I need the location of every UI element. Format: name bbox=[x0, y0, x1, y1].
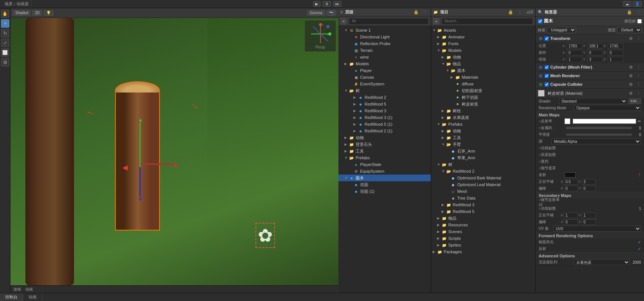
gizmos-btn[interactable]: Gizmos bbox=[307, 10, 325, 16]
inspector-lock-btn[interactable]: 🔒 bbox=[626, 9, 633, 15]
cloud-btn[interactable]: ☁ bbox=[623, 1, 631, 7]
play-btn[interactable]: ▶ bbox=[313, 1, 321, 7]
collider-menu-btn[interactable]: ⋮ bbox=[635, 82, 642, 87]
project-resources[interactable]: ▶ 📁 Resources bbox=[431, 222, 535, 228]
hierarchy-item-cut[interactable]: ■ 切面 bbox=[338, 181, 431, 188]
render-mode-select[interactable]: Opaque bbox=[574, 105, 641, 111]
hierarchy-item-redwood2-1[interactable]: ▶ ■ RedWood 2 (1) bbox=[338, 128, 431, 134]
hierarchy-item-equipsys[interactable]: ⚙ EquipSystem bbox=[338, 168, 431, 175]
transform-header[interactable]: ⊞ Transform ⚙ ⋮ bbox=[536, 34, 644, 43]
project-list[interactable]: ▼ 📂 Assets ▶ 📁 Animator ▶ 📁 Fonts ▼ 📂 Mo… bbox=[431, 26, 535, 293]
hierarchy-item-models[interactable]: ▶ 📁 Models bbox=[338, 60, 431, 67]
hierarchy-item-eventsys[interactable]: ⚡ EventSystem bbox=[338, 81, 431, 87]
tag-select[interactable]: Untagged bbox=[547, 27, 576, 33]
project-cut-mat[interactable]: ■ 切割面材质 bbox=[431, 87, 535, 94]
project-scenes[interactable]: ▶ 📁 Scenes bbox=[431, 228, 535, 235]
offset-y-input[interactable] bbox=[582, 186, 596, 191]
project-mesh[interactable]: ◇ Mesh bbox=[431, 188, 535, 195]
albedo-color-bar[interactable] bbox=[573, 119, 636, 124]
anim-tab-bottom[interactable]: 动画 bbox=[25, 287, 33, 292]
project-treedata[interactable]: ■ Tree Data bbox=[431, 195, 535, 201]
pos-x-input[interactable] bbox=[567, 43, 582, 49]
project-arm[interactable]: ▼ 📂 手臂 bbox=[431, 141, 535, 148]
hierarchy-item-reflprobe[interactable]: ◉ Reflection Probe bbox=[338, 40, 431, 47]
sec-offset-x-input[interactable] bbox=[564, 219, 578, 225]
hierarchy-item-playerstate[interactable]: ● PlayerState bbox=[338, 161, 431, 168]
shaded-btn[interactable]: Shaded bbox=[13, 10, 31, 16]
shader-edit-btn[interactable]: Edit... bbox=[629, 98, 641, 104]
hand-tool-btn[interactable]: ✋ bbox=[1, 10, 9, 18]
meshfilter-settings-btn[interactable]: ⚙ bbox=[628, 65, 634, 70]
step-btn[interactable]: ⏭ bbox=[333, 1, 341, 7]
project-items[interactable]: ▼ 📂 物品 bbox=[431, 60, 535, 67]
hierarchy-item-directionallight[interactable]: ☀ Directional Light bbox=[338, 34, 431, 40]
project-add-btn[interactable]: + bbox=[433, 18, 439, 24]
project-animals[interactable]: ▶ 📁 动物 bbox=[431, 54, 535, 60]
material-settings-btn[interactable]: ⚙ bbox=[628, 91, 634, 96]
meshrenderer-enable-checkbox[interactable] bbox=[545, 74, 549, 78]
meshfilter-menu-btn[interactable]: ⋮ bbox=[635, 65, 642, 70]
hierarchy-item-prefabs[interactable]: ▼ 📂 Prefabs bbox=[338, 154, 431, 161]
shader-select[interactable]: Standard bbox=[559, 98, 627, 104]
project-branches[interactable]: ▶ 📁 树枝 bbox=[431, 107, 535, 114]
hierarchy-add-btn[interactable]: + bbox=[341, 18, 347, 24]
hierarchy-item-player[interactable]: ● Player bbox=[338, 67, 431, 74]
light-btn[interactable]: 💡 bbox=[44, 10, 53, 16]
rot-y-input[interactable] bbox=[587, 50, 603, 56]
2d-btn[interactable]: 2D bbox=[32, 10, 42, 16]
meshrenderer-header[interactable]: ⊞ Mesh Renderer ⚙ ⋮ bbox=[536, 72, 644, 80]
emission-color-swatch[interactable] bbox=[564, 172, 576, 178]
project-redwood5[interactable]: ▶ 📁 RedWood 5 bbox=[431, 208, 535, 215]
hierarchy-menu-btn[interactable]: ⋮ bbox=[422, 9, 428, 15]
project-tools2[interactable]: ▶ 📁 工具 bbox=[431, 134, 535, 141]
transform-enable-checkbox[interactable] bbox=[545, 37, 549, 41]
scene-canvas[interactable]: ▲ ▶ ▼ ◀ → → ✿ bbox=[10, 18, 338, 285]
hierarchy-item-wind[interactable]: ≈ wind bbox=[338, 54, 431, 60]
project-packages[interactable]: ▶ 📁 Packages bbox=[431, 248, 535, 255]
tiling-y-input[interactable] bbox=[582, 179, 596, 185]
camera-btn[interactable]: 📷 bbox=[326, 10, 336, 16]
uv-select[interactable]: UV0 bbox=[553, 226, 641, 232]
project-trunk-cross[interactable]: ■ 树干切面 bbox=[431, 94, 535, 101]
layer-select[interactable]: Default bbox=[617, 27, 642, 33]
project-assets-root[interactable]: ▼ 📂 Assets bbox=[431, 27, 535, 34]
tiling-x-input[interactable] bbox=[564, 179, 578, 185]
rotate-tool-btn[interactable]: ↻ bbox=[1, 29, 9, 37]
scale-tool-btn[interactable]: ⤢ bbox=[1, 39, 9, 47]
hierarchy-item-terrain[interactable]: ▦ Terrain bbox=[338, 47, 431, 54]
rot-x-input[interactable] bbox=[567, 50, 582, 56]
project-log-folder[interactable]: ▼ 📂 圆木 bbox=[431, 67, 535, 74]
project-items2[interactable]: ▶ 📁 物品 bbox=[431, 215, 535, 222]
sec-tiling-y-input[interactable] bbox=[582, 213, 596, 218]
hierarchy-item-log-selected[interactable]: ▼ ■ 圆木 bbox=[338, 175, 431, 181]
hierarchy-lock-btn[interactable]: 🔒 bbox=[412, 9, 420, 15]
offset-x-input[interactable] bbox=[564, 186, 578, 191]
transform-settings-btn[interactable]: ⚙ bbox=[628, 36, 634, 41]
pos-z-input[interactable] bbox=[608, 43, 623, 49]
project-animator[interactable]: ▶ 📁 Animator bbox=[431, 34, 535, 40]
object-active-checkbox[interactable] bbox=[538, 19, 542, 23]
console-tab[interactable]: 控制台 bbox=[0, 293, 23, 301]
project-search-input[interactable] bbox=[442, 18, 533, 25]
project-opt-bark[interactable]: ◆ Optimized Bark Material bbox=[431, 175, 535, 181]
transform-menu-btn[interactable]: ⋮ bbox=[635, 36, 642, 41]
project-tree-folder[interactable]: ▼ 📂 树 bbox=[431, 161, 535, 168]
project-opt-leaf[interactable]: ◆ Optimized Leaf Material bbox=[431, 181, 535, 188]
hierarchy-item-canvas[interactable]: ▣ Canvas bbox=[338, 74, 431, 81]
collider-enable-checkbox[interactable] bbox=[545, 82, 549, 87]
account-btn[interactable]: 👤 bbox=[633, 1, 642, 7]
animation-tab[interactable]: 动画 bbox=[23, 293, 42, 301]
project-diffuse[interactable]: ■ diffuse bbox=[431, 81, 535, 87]
project-sprites[interactable]: ▶ 📁 Sprites bbox=[431, 242, 535, 248]
pause-btn[interactable]: ⏸ bbox=[323, 1, 331, 7]
material-menu-btn[interactable]: ⋮ bbox=[635, 91, 642, 96]
project-redwood3[interactable]: ▶ 📁 RedWood 3 bbox=[431, 201, 535, 208]
project-fruits[interactable]: ▶ 📁 水果蔬菜 bbox=[431, 114, 535, 121]
project-prefabs[interactable]: ▼ 📂 Prefabs bbox=[431, 121, 535, 128]
collider-header[interactable]: ⊞ Capsule Collider ⚙ ⋮ bbox=[536, 80, 644, 88]
scene-tab-label[interactable]: 场景 bbox=[4, 1, 13, 7]
hierarchy-item-redwood5[interactable]: ▶ ■ RedWood 5 bbox=[338, 101, 431, 107]
collider-settings-btn[interactable]: ⚙ bbox=[628, 82, 634, 87]
game-tab[interactable]: 游戏 bbox=[13, 287, 21, 292]
selected-cylinder-object[interactable] bbox=[115, 78, 160, 227]
